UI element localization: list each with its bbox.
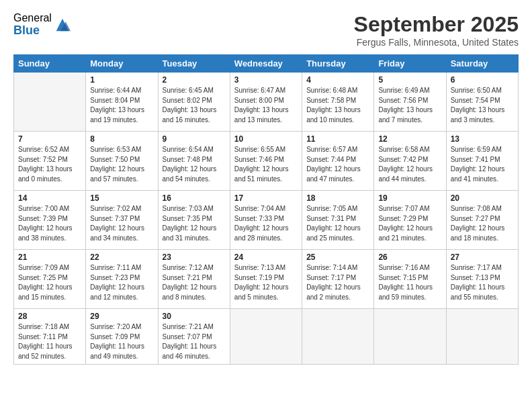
table-row <box>14 73 86 132</box>
col-wednesday: Wednesday <box>230 55 302 73</box>
day-info: Sunrise: 7:14 AM Sunset: 7:17 PM Dayligh… <box>306 263 369 302</box>
day-number: 12 <box>378 134 441 144</box>
day-info: Sunrise: 6:53 AM Sunset: 7:50 PM Dayligh… <box>90 145 153 184</box>
day-number: 22 <box>90 253 153 262</box>
logo: General Blue <box>13 12 72 37</box>
day-number: 29 <box>90 312 153 321</box>
day-number: 19 <box>378 193 441 203</box>
table-row: 14Sunrise: 7:00 AM Sunset: 7:39 PM Dayli… <box>14 191 86 250</box>
day-number: 24 <box>234 253 298 262</box>
day-number: 7 <box>18 134 81 144</box>
table-row: 30Sunrise: 7:21 AM Sunset: 7:07 PM Dayli… <box>158 309 230 365</box>
day-info: Sunrise: 7:07 AM Sunset: 7:29 PM Dayligh… <box>378 204 441 243</box>
day-number: 23 <box>163 253 226 262</box>
day-number: 21 <box>18 253 81 262</box>
table-row: 5Sunrise: 6:49 AM Sunset: 7:56 PM Daylig… <box>374 73 446 132</box>
table-row: 22Sunrise: 7:11 AM Sunset: 7:23 PM Dayli… <box>86 250 158 309</box>
table-row: 19Sunrise: 7:07 AM Sunset: 7:29 PM Dayli… <box>374 191 446 250</box>
day-info: Sunrise: 7:18 AM Sunset: 7:11 PM Dayligh… <box>18 322 81 361</box>
day-number: 10 <box>234 134 298 144</box>
day-info: Sunrise: 7:03 AM Sunset: 7:35 PM Dayligh… <box>163 204 226 243</box>
day-number: 18 <box>306 193 369 203</box>
table-row: 25Sunrise: 7:14 AM Sunset: 7:17 PM Dayli… <box>302 250 374 309</box>
col-monday: Monday <box>86 55 158 73</box>
day-number: 4 <box>306 75 369 85</box>
table-row: 6Sunrise: 6:50 AM Sunset: 7:54 PM Daylig… <box>446 73 518 132</box>
table-row: 13Sunrise: 6:59 AM Sunset: 7:41 PM Dayli… <box>446 132 518 191</box>
location: Fergus Falls, Minnesota, United States <box>354 37 519 48</box>
col-tuesday: Tuesday <box>158 55 230 73</box>
day-info: Sunrise: 7:08 AM Sunset: 7:27 PM Dayligh… <box>451 204 514 243</box>
day-number: 5 <box>378 75 441 85</box>
day-number: 30 <box>163 312 226 321</box>
day-info: Sunrise: 6:59 AM Sunset: 7:41 PM Dayligh… <box>451 145 514 184</box>
day-info: Sunrise: 7:04 AM Sunset: 7:33 PM Dayligh… <box>234 204 298 243</box>
day-number: 3 <box>234 75 298 85</box>
col-friday: Friday <box>374 55 446 73</box>
day-number: 1 <box>90 75 153 85</box>
table-row: 3Sunrise: 6:47 AM Sunset: 8:00 PM Daylig… <box>230 73 302 132</box>
col-saturday: Saturday <box>446 55 518 73</box>
day-number: 25 <box>306 253 369 262</box>
table-row: 2Sunrise: 6:45 AM Sunset: 8:02 PM Daylig… <box>158 73 230 132</box>
title-block: September 2025 Fergus Falls, Minnesota, … <box>354 12 519 48</box>
day-number: 2 <box>163 75 226 85</box>
day-number: 9 <box>163 134 226 144</box>
table-row: 1Sunrise: 6:44 AM Sunset: 8:04 PM Daylig… <box>86 73 158 132</box>
table-row: 8Sunrise: 6:53 AM Sunset: 7:50 PM Daylig… <box>86 132 158 191</box>
table-row: 12Sunrise: 6:58 AM Sunset: 7:42 PM Dayli… <box>374 132 446 191</box>
table-row: 18Sunrise: 7:05 AM Sunset: 7:31 PM Dayli… <box>302 191 374 250</box>
day-info: Sunrise: 6:50 AM Sunset: 7:54 PM Dayligh… <box>451 86 514 125</box>
table-row: 10Sunrise: 6:55 AM Sunset: 7:46 PM Dayli… <box>230 132 302 191</box>
table-row: 11Sunrise: 6:57 AM Sunset: 7:44 PM Dayli… <box>302 132 374 191</box>
logo-blue: Blue <box>13 24 52 38</box>
day-info: Sunrise: 7:17 AM Sunset: 7:13 PM Dayligh… <box>451 263 514 302</box>
day-info: Sunrise: 7:20 AM Sunset: 7:09 PM Dayligh… <box>90 322 153 361</box>
calendar-week-row: 7Sunrise: 6:52 AM Sunset: 7:52 PM Daylig… <box>14 132 519 191</box>
table-row: 24Sunrise: 7:13 AM Sunset: 7:19 PM Dayli… <box>230 250 302 309</box>
table-row: 29Sunrise: 7:20 AM Sunset: 7:09 PM Dayli… <box>86 309 158 365</box>
header: General Blue September 2025 Fergus Falls… <box>13 12 519 48</box>
table-row <box>302 309 374 365</box>
table-row: 20Sunrise: 7:08 AM Sunset: 7:27 PM Dayli… <box>446 191 518 250</box>
table-row: 16Sunrise: 7:03 AM Sunset: 7:35 PM Dayli… <box>158 191 230 250</box>
table-row <box>446 309 518 365</box>
month-title: September 2025 <box>354 12 519 37</box>
day-number: 8 <box>90 134 153 144</box>
calendar-table: Sunday Monday Tuesday Wednesday Thursday… <box>13 54 519 365</box>
calendar-week-row: 21Sunrise: 7:09 AM Sunset: 7:25 PM Dayli… <box>14 250 519 309</box>
table-row <box>374 309 446 365</box>
day-number: 13 <box>451 134 514 144</box>
day-info: Sunrise: 6:57 AM Sunset: 7:44 PM Dayligh… <box>306 145 369 184</box>
day-number: 15 <box>90 193 153 203</box>
day-info: Sunrise: 7:05 AM Sunset: 7:31 PM Dayligh… <box>306 204 369 243</box>
day-info: Sunrise: 6:45 AM Sunset: 8:02 PM Dayligh… <box>163 86 226 125</box>
calendar-week-row: 1Sunrise: 6:44 AM Sunset: 8:04 PM Daylig… <box>14 73 519 132</box>
day-number: 6 <box>451 75 514 85</box>
day-number: 20 <box>451 193 514 203</box>
day-info: Sunrise: 6:49 AM Sunset: 7:56 PM Dayligh… <box>378 86 441 125</box>
table-row: 28Sunrise: 7:18 AM Sunset: 7:11 PM Dayli… <box>14 309 86 365</box>
day-info: Sunrise: 7:21 AM Sunset: 7:07 PM Dayligh… <box>163 322 226 361</box>
day-info: Sunrise: 6:58 AM Sunset: 7:42 PM Dayligh… <box>378 145 441 184</box>
col-sunday: Sunday <box>14 55 86 73</box>
day-info: Sunrise: 7:13 AM Sunset: 7:19 PM Dayligh… <box>234 263 298 302</box>
day-number: 14 <box>18 193 81 203</box>
day-info: Sunrise: 7:16 AM Sunset: 7:15 PM Dayligh… <box>378 263 441 302</box>
day-number: 28 <box>18 312 81 321</box>
table-row: 7Sunrise: 6:52 AM Sunset: 7:52 PM Daylig… <box>14 132 86 191</box>
logo-text: General Blue <box>13 12 52 37</box>
day-info: Sunrise: 7:12 AM Sunset: 7:21 PM Dayligh… <box>163 263 226 302</box>
table-row: 9Sunrise: 6:54 AM Sunset: 7:48 PM Daylig… <box>158 132 230 191</box>
table-row: 23Sunrise: 7:12 AM Sunset: 7:21 PM Dayli… <box>158 250 230 309</box>
day-number: 26 <box>378 253 441 262</box>
day-info: Sunrise: 6:47 AM Sunset: 8:00 PM Dayligh… <box>234 86 298 125</box>
day-info: Sunrise: 6:44 AM Sunset: 8:04 PM Dayligh… <box>90 86 153 125</box>
calendar-week-row: 14Sunrise: 7:00 AM Sunset: 7:39 PM Dayli… <box>14 191 519 250</box>
day-number: 11 <box>306 134 369 144</box>
day-info: Sunrise: 7:11 AM Sunset: 7:23 PM Dayligh… <box>90 263 153 302</box>
table-row: 27Sunrise: 7:17 AM Sunset: 7:13 PM Dayli… <box>446 250 518 309</box>
day-info: Sunrise: 6:55 AM Sunset: 7:46 PM Dayligh… <box>234 145 298 184</box>
table-row: 21Sunrise: 7:09 AM Sunset: 7:25 PM Dayli… <box>14 250 86 309</box>
day-info: Sunrise: 7:02 AM Sunset: 7:37 PM Dayligh… <box>90 204 153 243</box>
